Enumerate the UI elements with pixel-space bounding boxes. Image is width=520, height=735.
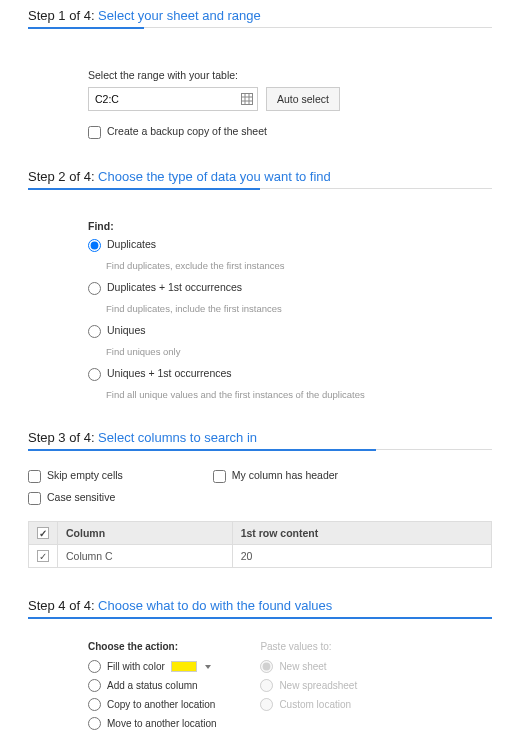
step-3: Step 3 of 4: Select columns to search in… <box>28 430 492 568</box>
check-icon: ✓ <box>37 550 49 562</box>
find-label: Find: <box>88 220 492 232</box>
step2-header: Step 2 of 4: Choose the type of data you… <box>28 169 492 189</box>
step1-header: Step 1 of 4: Select your sheet and range <box>28 8 492 28</box>
paste-custom-location: Custom location <box>260 698 357 711</box>
step-4: Step 4 of 4: Choose what to do with the … <box>28 598 492 735</box>
radio-duplicates[interactable]: Duplicates <box>88 238 492 252</box>
case-sensitive-checkbox[interactable] <box>28 492 41 505</box>
range-input[interactable] <box>88 87 258 111</box>
color-swatch[interactable] <box>171 661 197 672</box>
step2-title: Choose the type of data you want to find <box>98 169 331 184</box>
content-header: 1st row content <box>232 522 491 545</box>
table-header-row: ✓ Column 1st row content <box>29 522 492 545</box>
backup-label: Create a backup copy of the sheet <box>107 125 267 137</box>
backup-checkbox-row[interactable]: Create a backup copy of the sheet <box>88 125 492 139</box>
check-icon: ✓ <box>37 527 49 539</box>
backup-checkbox[interactable] <box>88 126 101 139</box>
row-column-cell: Column C <box>58 545 233 568</box>
auto-select-button[interactable]: Auto select <box>266 87 340 111</box>
step3-title: Select columns to search in <box>98 430 257 445</box>
select-all-header[interactable]: ✓ <box>29 522 58 545</box>
step-1: Step 1 of 4: Select your sheet and range… <box>28 8 492 139</box>
radio-uniques-1st-desc: Find all unique values and the first ins… <box>106 389 492 400</box>
radio-duplicates-desc: Find duplicates, exclude the first insta… <box>106 260 492 271</box>
action-copy-location[interactable]: Copy to another location <box>88 698 230 711</box>
step3-progress <box>28 449 376 451</box>
column-header: Column <box>58 522 233 545</box>
step3-prefix: Step 3 of 4: <box>28 430 98 445</box>
radio-uniques-1st-input[interactable] <box>88 368 101 381</box>
columns-table: ✓ Column 1st row content ✓ Column C 20 <box>28 521 492 568</box>
action-add-status[interactable]: Add a status column <box>88 679 230 692</box>
has-header-row[interactable]: My column has header <box>213 469 338 483</box>
paste-to-heading: Paste values to: <box>260 641 357 652</box>
skip-empty-checkbox[interactable] <box>28 470 41 483</box>
table-row[interactable]: ✓ Column C 20 <box>29 545 492 568</box>
radio-uniques-1st[interactable]: Uniques + 1st occurrences <box>88 367 492 381</box>
step1-prefix: Step 1 of 4: <box>28 8 98 23</box>
step-2: Step 2 of 4: Choose the type of data you… <box>28 169 492 400</box>
grid-icon[interactable] <box>241 93 253 105</box>
step1-title: Select your sheet and range <box>98 8 261 23</box>
step3-header: Step 3 of 4: Select columns to search in <box>28 430 492 450</box>
radio-duplicates-input[interactable] <box>88 239 101 252</box>
step4-title: Choose what to do with the found values <box>98 598 332 613</box>
paste-new-sheet: New sheet <box>260 660 357 673</box>
radio-uniques-desc: Find uniques only <box>106 346 492 357</box>
step4-prefix: Step 4 of 4: <box>28 598 98 613</box>
has-header-checkbox[interactable] <box>213 470 226 483</box>
radio-duplicates-1st-input[interactable] <box>88 282 101 295</box>
step4-progress <box>28 617 492 619</box>
row-content-cell: 20 <box>232 545 491 568</box>
step1-progress <box>28 27 144 29</box>
step2-prefix: Step 2 of 4: <box>28 169 98 184</box>
radio-uniques[interactable]: Uniques <box>88 324 492 338</box>
paste-new-spreadsheet: New spreadsheet <box>260 679 357 692</box>
radio-uniques-input[interactable] <box>88 325 101 338</box>
skip-empty-row[interactable]: Skip empty cells <box>28 469 123 483</box>
range-label: Select the range with your table: <box>88 69 492 81</box>
chevron-down-icon[interactable] <box>205 665 211 669</box>
case-sensitive-row[interactable]: Case sensitive <box>28 491 123 505</box>
action-fill-color[interactable]: Fill with color <box>88 660 230 673</box>
row-checkbox-cell[interactable]: ✓ <box>29 545 58 568</box>
step2-progress <box>28 188 260 190</box>
radio-duplicates-1st[interactable]: Duplicates + 1st occurrences <box>88 281 492 295</box>
choose-action-heading: Choose the action: <box>88 641 230 652</box>
radio-duplicates-1st-desc: Find duplicates, include the first insta… <box>106 303 492 314</box>
step4-header: Step 4 of 4: Choose what to do with the … <box>28 598 492 618</box>
action-move-location[interactable]: Move to another location <box>88 717 230 730</box>
svg-rect-0 <box>242 94 253 105</box>
